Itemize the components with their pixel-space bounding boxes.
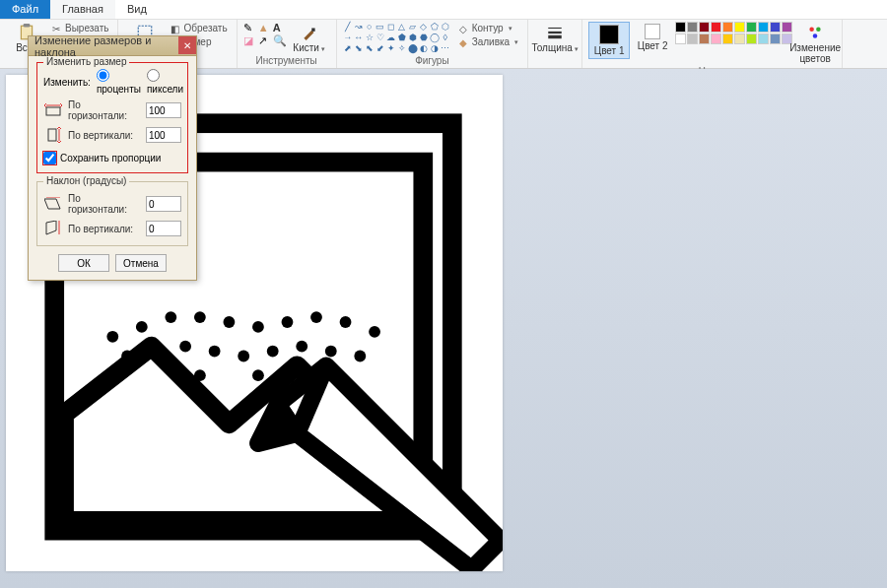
- palette-swatch[interactable]: [782, 22, 792, 33]
- outline-button[interactable]: ◇ Контур: [456, 22, 522, 34]
- svg-point-29: [325, 346, 337, 358]
- resize-horiz-icon: [43, 101, 63, 119]
- palette-swatch[interactable]: [758, 22, 769, 33]
- fill-icon: ◆: [459, 37, 469, 47]
- bucket-icon[interactable]: ▲: [258, 22, 272, 33]
- palette-swatch[interactable]: [734, 33, 745, 44]
- group-shapes: ╱↝○▭◻△▱◇⬠⬡ →↔☆♡☁⬟⬢⬣◯◊ ⬈⬊⬉⬋✦✧⬤◐◑⋯ ◇ Конту…: [337, 20, 529, 68]
- svg-point-12: [106, 331, 118, 343]
- color2-well: [645, 24, 660, 39]
- svg-marker-39: [44, 199, 60, 209]
- shapes-gallery[interactable]: ╱↝○▭◻△▱◇⬠⬡ →↔☆♡☁⬟⬢⬣◯◊ ⬈⬊⬉⬋✦✧⬤◐◑⋯: [343, 22, 450, 53]
- group-thickness: Толщина: [528, 20, 582, 68]
- picker-icon[interactable]: ↗: [258, 34, 272, 46]
- fill-button[interactable]: ◆ Заливка: [456, 35, 522, 48]
- svg-point-16: [224, 316, 236, 328]
- pencil-icon[interactable]: ✎: [243, 22, 257, 33]
- color1-button[interactable]: Цвет 1: [588, 22, 630, 59]
- ok-button[interactable]: ОК: [58, 254, 109, 272]
- dialog-titlebar[interactable]: Изменение размеров и наклона ✕: [29, 36, 196, 56]
- brushes-button[interactable]: Кисти: [289, 22, 330, 55]
- zoom-icon[interactable]: 🔍: [273, 34, 287, 46]
- tab-file[interactable]: Файл: [0, 0, 50, 19]
- palette-swatch[interactable]: [699, 33, 710, 44]
- svg-point-27: [267, 346, 279, 358]
- svg-marker-41: [46, 221, 56, 234]
- svg-point-24: [179, 341, 191, 353]
- resize-by-label: Изменить:: [43, 77, 91, 88]
- dialog-title-text: Изменение размеров и наклона: [34, 34, 190, 58]
- thickness-icon: [546, 24, 564, 41]
- svg-point-19: [310, 311, 322, 323]
- svg-point-26: [238, 351, 249, 362]
- svg-point-14: [165, 311, 176, 323]
- resize-vert-input[interactable]: [146, 127, 181, 143]
- resize-horiz-input[interactable]: [146, 102, 181, 118]
- svg-point-30: [354, 351, 366, 362]
- group-tools: ✎ ▲ A ◪ ↗ 🔍 Кисти Инструменты: [238, 20, 337, 68]
- text-icon[interactable]: A: [273, 22, 287, 33]
- radio-percent[interactable]: проценты: [97, 69, 141, 95]
- brush-icon: [301, 24, 318, 41]
- eraser-icon[interactable]: ◪: [243, 34, 257, 46]
- group-colors: Цвет 1 Цвет 2 Изменение цветов Цвета: [582, 20, 843, 68]
- close-icon: ✕: [183, 40, 191, 51]
- palette-swatch[interactable]: [734, 22, 745, 33]
- svg-point-15: [194, 311, 206, 323]
- color-palette[interactable]: [675, 22, 792, 44]
- svg-point-33: [252, 369, 264, 381]
- skew-horiz-input[interactable]: [146, 196, 181, 212]
- palette-icon: [806, 24, 824, 41]
- color2-button[interactable]: Цвет 2: [632, 22, 673, 53]
- edit-colors-button[interactable]: Изменение цветов: [794, 22, 836, 66]
- svg-point-8: [816, 27, 821, 32]
- svg-point-20: [340, 316, 352, 328]
- svg-point-7: [810, 27, 815, 32]
- svg-point-13: [136, 321, 148, 333]
- palette-swatch[interactable]: [770, 33, 781, 44]
- svg-point-9: [813, 33, 818, 38]
- menu-tabs: Файл Главная Вид: [0, 0, 887, 20]
- palette-swatch[interactable]: [722, 33, 733, 44]
- skew-vert-icon: [43, 220, 63, 237]
- svg-rect-1: [24, 24, 31, 27]
- resize-fieldset: Изменить размер Изменить: проценты пиксе…: [36, 62, 188, 173]
- cut-button[interactable]: ✂ Вырезать: [49, 22, 111, 34]
- radio-pixels[interactable]: пиксели: [147, 69, 183, 95]
- palette-swatch[interactable]: [746, 22, 757, 33]
- resize-vert-icon: [43, 126, 63, 144]
- palette-swatch[interactable]: [699, 22, 710, 33]
- color1-well: [599, 25, 619, 44]
- svg-rect-3: [311, 29, 314, 32]
- svg-rect-36: [46, 107, 60, 115]
- thickness-button[interactable]: Толщина: [534, 22, 576, 55]
- resize-skew-dialog: Изменение размеров и наклона ✕ Изменить …: [28, 35, 197, 281]
- tool-icons[interactable]: ✎ ▲ A ◪ ↗ 🔍: [243, 22, 287, 46]
- dialog-close-button[interactable]: ✕: [178, 36, 196, 54]
- skew-fieldset: Наклон (градусы) По горизонтали: По верт…: [36, 181, 188, 246]
- palette-swatch[interactable]: [687, 33, 698, 44]
- tab-view[interactable]: Вид: [115, 0, 159, 19]
- svg-point-17: [252, 321, 264, 333]
- palette-swatch[interactable]: [711, 33, 721, 44]
- svg-point-18: [282, 316, 294, 328]
- palette-swatch[interactable]: [711, 22, 721, 33]
- svg-point-21: [369, 326, 380, 338]
- keep-aspect-checkbox[interactable]: Сохранить пропорции: [43, 152, 181, 164]
- palette-swatch[interactable]: [675, 33, 686, 44]
- palette-swatch[interactable]: [675, 22, 686, 33]
- outline-icon: ◇: [459, 24, 469, 33]
- palette-swatch[interactable]: [746, 33, 757, 44]
- crop-button[interactable]: ◧ Обрезать: [168, 22, 230, 34]
- crop-icon: ◧: [171, 24, 180, 33]
- tab-home[interactable]: Главная: [50, 0, 115, 19]
- cancel-button[interactable]: Отмена: [115, 254, 167, 272]
- palette-swatch[interactable]: [687, 22, 698, 33]
- svg-point-25: [209, 346, 221, 358]
- palette-swatch[interactable]: [758, 33, 769, 44]
- svg-point-28: [296, 341, 307, 353]
- palette-swatch[interactable]: [770, 22, 781, 33]
- skew-vert-input[interactable]: [146, 221, 181, 236]
- svg-rect-37: [48, 129, 56, 141]
- palette-swatch[interactable]: [722, 22, 733, 33]
